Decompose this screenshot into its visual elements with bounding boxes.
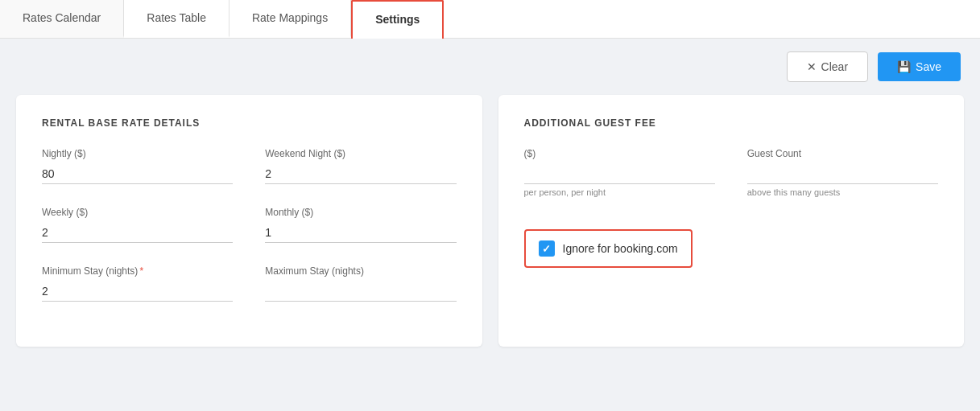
- guest-count-field: Guest Count above this many guests: [747, 148, 938, 197]
- save-label: Save: [916, 60, 941, 73]
- main-content: RENTAL BASE RATE DETAILS Nightly ($) Wee…: [0, 95, 980, 363]
- weekend-night-input[interactable]: [265, 164, 456, 184]
- ignore-booking-checkbox[interactable]: [539, 240, 555, 257]
- form-row-weekly-monthly: Weekly ($) Monthly ($): [42, 207, 457, 243]
- dollar-input[interactable]: [524, 164, 715, 184]
- dollar-sub: per person, per night: [524, 187, 715, 197]
- nightly-label: Nightly ($): [42, 148, 233, 159]
- dollar-label: ($): [524, 148, 715, 159]
- monthly-field: Monthly ($): [265, 207, 456, 243]
- guest-count-label: Guest Count: [747, 148, 938, 159]
- clear-icon: ✕: [807, 60, 817, 73]
- save-button[interactable]: 💾 Save: [878, 52, 961, 81]
- nightly-field: Nightly ($): [42, 148, 233, 184]
- weekly-input[interactable]: [42, 223, 233, 243]
- monthly-label: Monthly ($): [265, 207, 456, 218]
- monthly-input[interactable]: [265, 223, 456, 243]
- min-stay-field: Minimum Stay (nights)*: [42, 265, 233, 302]
- weekend-night-label: Weekend Night ($): [265, 148, 456, 159]
- tab-rate-mappings[interactable]: Rate Mappings: [229, 0, 351, 38]
- additional-guest-card: ADDITIONAL GUEST FEE ($) per person, per…: [498, 95, 965, 347]
- weekly-field: Weekly ($): [42, 207, 233, 243]
- dollar-field: ($) per person, per night: [524, 148, 715, 197]
- clear-label: Clear: [821, 60, 848, 73]
- save-icon: 💾: [897, 60, 911, 73]
- min-stay-label: Minimum Stay (nights)*: [42, 265, 233, 277]
- additional-guest-title: ADDITIONAL GUEST FEE: [524, 117, 939, 129]
- rental-base-rate-card: RENTAL BASE RATE DETAILS Nightly ($) Wee…: [16, 95, 482, 347]
- tab-settings[interactable]: Settings: [351, 0, 444, 39]
- clear-button[interactable]: ✕ Clear: [787, 51, 868, 82]
- tab-rates-calendar[interactable]: Rates Calendar: [0, 0, 124, 38]
- guest-count-input[interactable]: [747, 164, 938, 184]
- toolbar: ✕ Clear 💾 Save: [0, 39, 980, 95]
- max-stay-input[interactable]: [265, 282, 456, 302]
- nightly-input[interactable]: [42, 164, 233, 184]
- max-stay-label: Maximum Stay (nights): [265, 265, 456, 277]
- ignore-booking-container[interactable]: Ignore for booking.com: [524, 229, 693, 268]
- fee-row: ($) per person, per night Guest Count ab…: [524, 148, 939, 197]
- guest-count-sub: above this many guests: [747, 187, 938, 197]
- ignore-booking-label: Ignore for booking.com: [563, 242, 678, 255]
- rental-section-title: RENTAL BASE RATE DETAILS: [42, 117, 457, 129]
- tab-rates-table[interactable]: Rates Table: [124, 0, 229, 38]
- weekend-night-field: Weekend Night ($): [265, 148, 456, 184]
- weekly-label: Weekly ($): [42, 207, 233, 218]
- form-row-nightly-weekend: Nightly ($) Weekend Night ($): [42, 148, 457, 184]
- min-stay-input[interactable]: [42, 282, 233, 302]
- max-stay-field: Maximum Stay (nights): [265, 265, 456, 302]
- tab-bar: Rates Calendar Rates Table Rate Mappings…: [0, 0, 980, 39]
- form-row-stay: Minimum Stay (nights)* Maximum Stay (nig…: [42, 265, 457, 302]
